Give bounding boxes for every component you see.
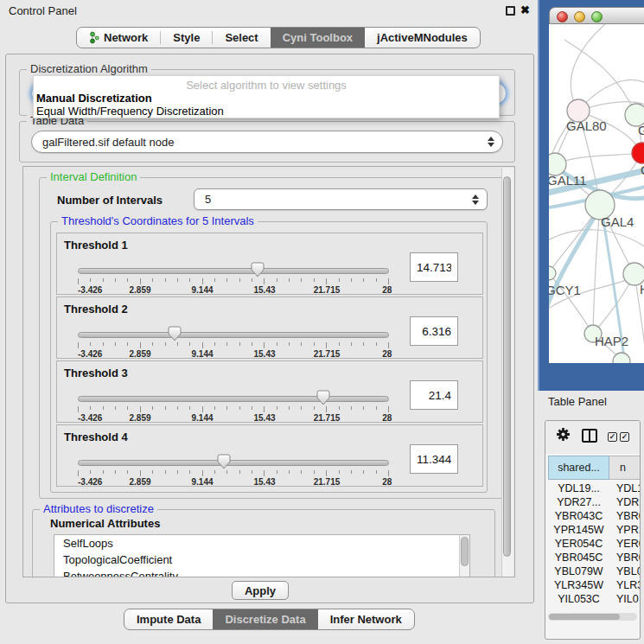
table-rows: YDL19...YDL1 YDR27...YDR2 YBR043CYBR0 YP…	[548, 481, 641, 609]
threshold-slider-track[interactable]	[78, 460, 389, 466]
node-gcy1[interactable]	[549, 266, 556, 280]
top-tab-bar: Network Style Select Cyni Toolbox jActiv…	[76, 27, 481, 48]
threshold-panel-1: Threshold 1 -3.426 2.859 9.144 15.43 21.…	[56, 233, 483, 295]
tab-style[interactable]: Style	[161, 28, 212, 48]
node-selected-red[interactable]	[632, 143, 644, 163]
thresholds-group-title: Threshold's Coordinates for 5 Intervals	[58, 214, 258, 228]
table-data-combobox[interactable]: galFiltered.sif default node	[31, 131, 503, 153]
float-window-icon[interactable]	[506, 6, 515, 16]
network-icon	[89, 31, 99, 44]
list-item[interactable]: TopologicalCoefficient	[54, 552, 469, 568]
slider-thumb[interactable]	[316, 390, 330, 405]
zoom-traffic-light-icon[interactable]	[591, 11, 603, 22]
table-row[interactable]: YPR145WYPR1	[548, 523, 641, 537]
table-row[interactable]: YDL19...YDL1	[548, 481, 641, 495]
threshold-panel-3: Threshold 3 -3.426 2.859 9.144 15.43 21.…	[56, 360, 483, 423]
slider-thumb[interactable]	[251, 262, 265, 277]
node-label: H	[640, 282, 644, 296]
threshold-value-input[interactable]	[410, 316, 458, 346]
gear-icon[interactable]	[556, 427, 571, 444]
tab-jactivemnodules[interactable]: jActiveMNodules	[365, 28, 480, 48]
slider-ticks	[78, 342, 389, 348]
node-label: GAL80	[566, 118, 607, 133]
node-label: GCY1	[549, 283, 581, 297]
column-header-name[interactable]: n	[609, 456, 641, 480]
threshold-slider-track[interactable]	[78, 332, 389, 338]
bottom-tab-bar: Impute Data Discretize Data Infer Networ…	[124, 609, 415, 630]
combo-spinner-icon	[488, 137, 494, 147]
threshold-value-input[interactable]	[410, 444, 458, 474]
num-intervals-value: 5	[194, 193, 211, 206]
threshold-value-input[interactable]	[410, 252, 458, 282]
settings-scroll-pane: Interval Definition Number of Intervals …	[22, 166, 515, 577]
table-header-row: shared... n	[548, 456, 641, 480]
threshold-slider-track[interactable]	[78, 268, 389, 274]
table-horizontal-scrollbar[interactable]	[548, 613, 637, 621]
list-item[interactable]: SelfLoops	[54, 535, 469, 552]
table-row[interactable]: YBR045CYBR0	[548, 551, 641, 564]
tab-infer-network[interactable]: Infer Network	[318, 609, 414, 629]
table-row[interactable]: YDR27...YDR2	[548, 495, 641, 509]
scrollbar-thumb[interactable]	[503, 176, 511, 557]
network-window-titlebar[interactable]	[549, 7, 644, 24]
scrollbar-thumb[interactable]	[461, 537, 469, 566]
tab-select[interactable]: Select	[213, 28, 270, 48]
tab-cyni-toolbox[interactable]: Cyni Toolbox	[271, 28, 365, 48]
checkbox-icon[interactable]: ✓	[608, 432, 617, 442]
table-panel-title: Table Panel	[548, 395, 607, 408]
num-intervals-combobox[interactable]: 5	[194, 188, 488, 210]
attributes-group: Attributes to discretize Numerical Attri…	[32, 509, 495, 577]
threshold-title: Threshold 3	[64, 367, 128, 379]
table-row[interactable]: YBL079WYBL0	[548, 564, 641, 578]
table-row[interactable]: YIL053CYIL0	[548, 592, 641, 606]
popup-option-manual[interactable]: Manual Discretization	[36, 92, 152, 105]
numerical-attributes-list[interactable]: SelfLoops TopologicalCoefficient Between…	[54, 534, 470, 577]
attributes-list-scrollbar[interactable]	[459, 535, 469, 577]
checkbox-icon[interactable]: ✓	[620, 432, 629, 442]
close-icon[interactable]: ✖	[520, 3, 530, 16]
table-row[interactable]: YLR345WYLR3	[548, 578, 641, 592]
threshold-slider-track[interactable]	[78, 396, 389, 402]
slider-ticks	[78, 470, 389, 476]
close-traffic-light-icon[interactable]	[557, 11, 568, 22]
network-graph: GAL80 GA C GAL11 GAL4 GCY1 H HAP2	[549, 24, 644, 363]
column-header-shared-name[interactable]: shared...	[548, 456, 609, 480]
tab-impute-data[interactable]: Impute Data	[124, 609, 213, 629]
popup-hint: Select algorithm to view settings	[34, 79, 499, 92]
slider-thumb[interactable]	[217, 454, 231, 469]
minimize-traffic-light-icon[interactable]	[574, 11, 585, 22]
split-columns-icon[interactable]	[582, 429, 597, 443]
node-label: GA	[638, 123, 644, 137]
algorithm-popup: Select algorithm to view settings Manual…	[33, 75, 500, 118]
algorithm-group-title: Discretization Algorithm	[27, 62, 151, 76]
node-label: HAP2	[595, 334, 628, 348]
tab-discretize-data[interactable]: Discretize Data	[213, 609, 317, 629]
network-canvas[interactable]: GAL80 GA C GAL11 GAL4 GCY1 H HAP2	[549, 24, 644, 363]
network-view-frame: GAL80 GA C GAL11 GAL4 GCY1 H HAP2	[538, 0, 644, 391]
slider-ticks	[78, 406, 389, 412]
slider-tick-labels: -3.426 2.859 9.144 15.43 21.715 28	[78, 285, 389, 296]
table-panel-toolbar: ✓ ✓	[545, 421, 640, 454]
threshold-title: Threshold 2	[64, 303, 128, 316]
scrollbar-thumb[interactable]	[549, 614, 620, 620]
slider-tick-labels: -3.426 2.859 9.144 15.43 21.715 28	[78, 413, 389, 424]
table-row[interactable]: YER054CYER0	[548, 537, 641, 551]
apply-button[interactable]: Apply	[232, 581, 289, 600]
settings-scrollbar[interactable]	[501, 168, 513, 577]
interval-definition-title: Interval Definition	[47, 170, 140, 184]
slider-ticks	[78, 278, 389, 284]
table-row[interactable]: YBR043CYBR0	[548, 509, 641, 523]
threshold-panel-2: Threshold 2 -3.426 2.859 9.144 15.43 21.…	[56, 296, 483, 359]
tab-network[interactable]: Network	[77, 28, 160, 48]
list-item[interactable]: BetweennessCentrality	[54, 568, 469, 577]
table-panel: ✓ ✓ shared... n YDL19...YDL1 YDR27...YDR…	[545, 420, 641, 640]
attributes-group-title: Attributes to discretize	[40, 502, 157, 516]
slider-tick-labels: -3.426 2.859 9.144 15.43 21.715 28	[78, 477, 389, 488]
slider-thumb[interactable]	[168, 326, 182, 341]
slider-tick-labels: -3.426 2.859 9.144 15.43 21.715 28	[78, 349, 389, 360]
num-intervals-label: Number of Intervals	[57, 194, 163, 207]
threshold-value-input[interactable]	[410, 380, 458, 410]
threshold-title: Threshold 4	[64, 430, 128, 443]
table-data-value: galFiltered.sif default node	[32, 136, 174, 149]
popup-option-equal-width[interactable]: Equal Width/Frequency Discretization	[36, 105, 224, 118]
